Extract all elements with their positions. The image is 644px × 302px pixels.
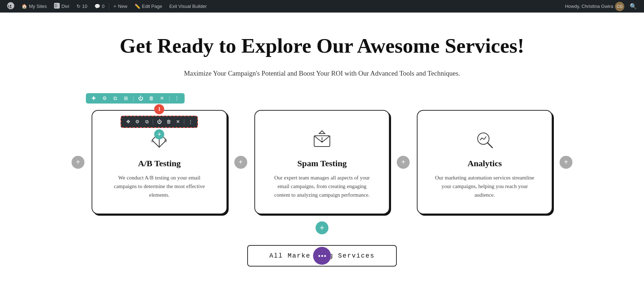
add-col-left[interactable]: + xyxy=(72,156,84,169)
new-label: New xyxy=(118,4,127,9)
add-row-icon[interactable]: ✚ xyxy=(90,95,97,101)
comments-menu[interactable]: 💬 0 xyxy=(91,0,108,13)
add-col-mid2[interactable]: + xyxy=(397,156,410,169)
badge-number: 1 xyxy=(158,106,161,112)
my-sites-menu[interactable]: 🏠 My Sites xyxy=(18,0,50,13)
module-close-icon[interactable]: ✕ xyxy=(175,119,181,125)
tsep1 xyxy=(153,119,153,124)
avatar[interactable]: CG xyxy=(615,2,624,11)
wp-logo[interactable] xyxy=(4,0,18,13)
tsep2 xyxy=(184,119,184,124)
edit-page-button[interactable]: ✏️ Edit Page xyxy=(131,0,166,13)
page-subtitle: Maximize Your Campaign's Potential and B… xyxy=(7,68,637,79)
sep2 xyxy=(169,96,170,101)
svg-line-10 xyxy=(487,143,493,148)
spam-testing-svg xyxy=(311,129,333,151)
plus-icon: + xyxy=(113,4,116,9)
dots-overlay xyxy=(313,247,331,265)
card-title-spam: Spam Testing xyxy=(297,159,347,168)
card-desc-ab: We conduct A/B testing on your email cam… xyxy=(107,173,212,199)
updates-count: 10 xyxy=(82,4,87,9)
dot-2 xyxy=(321,255,323,257)
module-power-icon[interactable]: ⏻ xyxy=(156,119,162,125)
edit-page-label: Edit Page xyxy=(142,4,162,9)
cards-section: + 1 ✥ ⚙ ⧉ ⏻ 🗑 ✕ ⋮ + xyxy=(72,110,572,214)
divi-icon: D xyxy=(54,3,60,10)
duplicate-icon[interactable]: ⧉ xyxy=(112,96,119,101)
add-col-mid1[interactable]: + xyxy=(234,156,247,169)
row-toolbar-top: ✚ ⚙ ⧉ ⊞ ⏻ 🗑 ✕ ⋮ xyxy=(86,93,185,104)
comment-icon: 💬 xyxy=(94,4,100,9)
add-row-wrap: + xyxy=(7,221,637,234)
divider-1 xyxy=(109,3,109,10)
home-icon: 🏠 xyxy=(21,4,27,9)
divi-label: Divi xyxy=(62,4,69,9)
card-spam-testing: Spam Testing Our expert team manages all… xyxy=(254,110,390,214)
page-content: Get Ready to Explore Our Awesome Service… xyxy=(0,13,644,281)
module-duplicate-icon[interactable]: ⧉ xyxy=(143,119,150,125)
button-row: All Marke ting Services xyxy=(7,245,637,267)
edit-icon: ✏️ xyxy=(135,4,140,9)
dot-1 xyxy=(318,255,320,257)
add-row-button[interactable]: + xyxy=(316,221,328,234)
user-greeting: Howdy, Christina Gwira xyxy=(565,4,613,9)
columns-icon[interactable]: ⊞ xyxy=(122,95,130,101)
admin-bar-right: Howdy, Christina Gwira CG 🔍 xyxy=(565,2,640,11)
all-services-button[interactable]: All Marke ting Services xyxy=(247,245,397,267)
module-toolbar: ✥ ⚙ ⧉ ⏻ 🗑 ✕ ⋮ xyxy=(121,116,198,128)
module-settings-icon[interactable]: ⚙ xyxy=(134,119,141,125)
module-more-icon[interactable]: ⋮ xyxy=(187,119,194,125)
updates-menu[interactable]: ↻ 10 xyxy=(73,0,91,13)
add-module-btn[interactable]: + xyxy=(154,129,164,139)
update-icon: ↻ xyxy=(77,4,80,9)
module-delete-icon[interactable]: 🗑 xyxy=(165,119,172,125)
module-toolbar-wrap: 1 ✥ ⚙ ⧉ ⏻ 🗑 ✕ ⋮ + xyxy=(121,104,198,139)
my-sites-label: My Sites xyxy=(29,4,47,9)
card-ab-testing: 1 ✥ ⚙ ⧉ ⏻ 🗑 ✕ ⋮ + xyxy=(92,110,227,214)
comments-count: 0 xyxy=(102,4,104,9)
divi-menu[interactable]: D Divi xyxy=(50,0,73,13)
svg-point-8 xyxy=(322,141,323,142)
card-title-ab: A/B Testing xyxy=(138,159,181,168)
search-icon[interactable]: 🔍 xyxy=(626,3,640,10)
sep1 xyxy=(133,96,133,101)
settings-icon[interactable]: ⚙ xyxy=(101,95,108,101)
card-icon-spam xyxy=(311,129,333,152)
add-col-right[interactable]: + xyxy=(560,156,572,169)
dot-3 xyxy=(324,255,326,257)
module-badge: 1 xyxy=(154,104,164,114)
analytics-svg xyxy=(474,129,496,151)
card-desc-analytics: Our marketing automation services stream… xyxy=(432,173,537,199)
move-icon[interactable]: ✥ xyxy=(125,119,131,125)
card-title-analytics: Analytics xyxy=(468,159,502,168)
card-analytics: Analytics Our marketing automation servi… xyxy=(417,110,552,214)
close-icon[interactable]: ✕ xyxy=(158,95,166,101)
power-icon[interactable]: ⏻ xyxy=(137,96,144,101)
btn-text-left: All Marke xyxy=(269,252,311,259)
exit-builder-label: Exit Visual Builder xyxy=(169,4,207,9)
admin-bar: 🏠 My Sites D Divi ↻ 10 💬 0 + New ✏️ Edit… xyxy=(0,0,644,13)
svg-text:D: D xyxy=(55,4,57,8)
delete-icon[interactable]: 🗑 xyxy=(148,96,155,101)
exit-builder-button[interactable]: Exit Visual Builder xyxy=(166,0,210,13)
card-icon-analytics xyxy=(473,129,496,152)
more-icon[interactable]: ⋮ xyxy=(173,95,180,101)
card-desc-spam: Our expert team manages all aspects of y… xyxy=(269,173,375,199)
new-button[interactable]: + New xyxy=(110,0,131,13)
wp-icon xyxy=(7,2,14,10)
page-heading: Get Ready to Explore Our Awesome Service… xyxy=(7,34,637,58)
